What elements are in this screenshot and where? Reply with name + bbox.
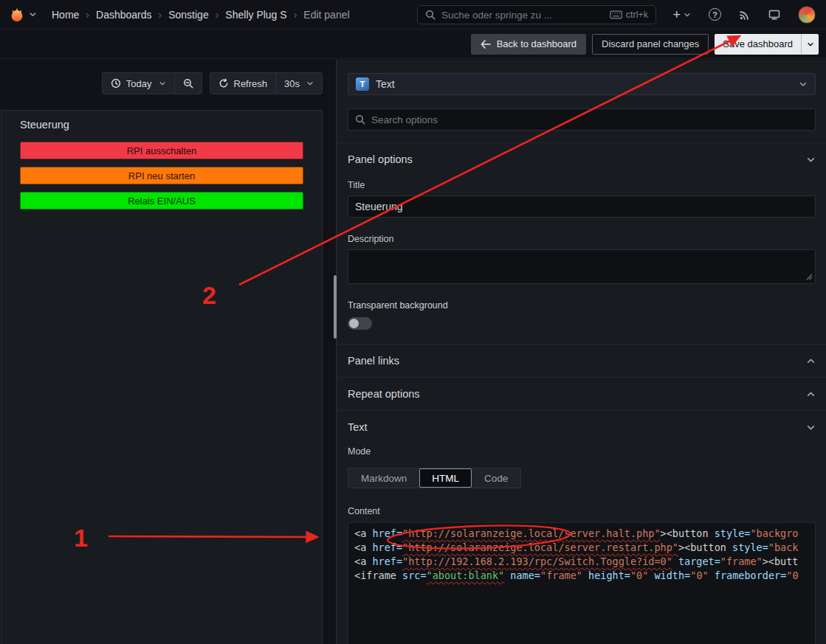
user-avatar[interactable]: [798, 6, 816, 24]
chevron-up-icon: [806, 389, 816, 399]
refresh-interval-picker[interactable]: 30s: [275, 73, 322, 94]
mode-group: MarkdownHTMLCode: [348, 468, 521, 488]
code-line: <a href="http://solaranzeige.local/serve…: [354, 527, 809, 541]
breadcrumb-separator: ›: [159, 9, 162, 21]
section-title: Panel links: [348, 355, 399, 367]
section-title: Repeat options: [348, 388, 420, 400]
preview-button[interactable]: RPI ausschalten: [20, 142, 303, 159]
top-nav: Home›Dashboards›Sonstige›Shelly Plug S›E…: [0, 0, 826, 30]
grafana-logo-icon: [9, 7, 25, 23]
panel-description-input[interactable]: [348, 249, 816, 284]
panel-editor-options: T Text Panel options Title Description T…: [337, 60, 826, 644]
content-label: Content: [348, 506, 816, 516]
scrollbar-thumb[interactable]: [334, 275, 337, 339]
nav-actions: + ?: [672, 6, 816, 24]
search-icon: [425, 10, 436, 20]
zoom-out-button[interactable]: [174, 73, 202, 94]
breadcrumb-separator: ›: [216, 9, 219, 21]
content-editor[interactable]: <a href="http://solaranzeige.local/serve…: [348, 522, 816, 644]
chevron-down-icon: [159, 80, 166, 87]
section-panel-options[interactable]: Panel options: [348, 143, 816, 176]
back-label: Back to dashboard: [497, 38, 577, 49]
code-line: <a href="http://192.168.2.193/rpc/Switch…: [354, 555, 809, 569]
edit-toolbar: Back to dashboard Discard panel changes …: [0, 30, 826, 59]
search-input[interactable]: [441, 10, 604, 21]
help-icon[interactable]: ?: [709, 8, 721, 21]
search-icon: [355, 114, 365, 125]
new-menu-button[interactable]: +: [672, 8, 691, 21]
global-search[interactable]: ctrl+k: [417, 5, 656, 24]
transparent-background-toggle[interactable]: [348, 317, 372, 330]
chevron-down-icon: [306, 80, 314, 87]
time-controls: Today Refresh 30s: [102, 72, 323, 94]
title-field-label: Title: [348, 180, 816, 190]
keyboard-icon: [610, 10, 622, 19]
preview-button[interactable]: Relais EIN/AUS: [20, 192, 303, 210]
refresh-interval-label: 30s: [284, 78, 300, 89]
preview-button[interactable]: RPI neu starten: [20, 167, 303, 184]
chevron-down-icon: [799, 80, 808, 89]
save-dashboard-button[interactable]: Save dashboard: [715, 34, 801, 55]
chevron-up-icon: [806, 356, 816, 366]
transparent-background-label: Transparent background: [348, 300, 816, 311]
section-text[interactable]: Text: [348, 411, 816, 443]
panel-buttons: RPI ausschaltenRPI neu startenRelais EIN…: [1, 140, 322, 210]
mode-markdown[interactable]: Markdown: [348, 468, 419, 488]
breadcrumb-item[interactable]: Sonstige: [168, 9, 208, 21]
breadcrumb-item[interactable]: Edit panel: [303, 9, 349, 21]
visualization-picker[interactable]: T Text: [348, 73, 816, 95]
arrow-left-icon: [481, 40, 491, 49]
visualization-name: Text: [376, 78, 792, 90]
grafana-menu[interactable]: [9, 7, 37, 23]
shortcut-label: ctrl+k: [626, 10, 648, 20]
panel-title-input[interactable]: [348, 195, 816, 218]
section-title: Panel options: [348, 153, 413, 165]
options-search-input[interactable]: [371, 114, 808, 125]
section-panel-links[interactable]: Panel links: [348, 344, 816, 377]
refresh-group: Refresh 30s: [210, 72, 323, 94]
time-range-group: Today: [102, 72, 202, 94]
chevron-down-icon: [806, 155, 816, 165]
chevron-down-icon: [29, 10, 37, 18]
panel-preview: Steuerung RPI ausschaltenRPI neu starten…: [1, 110, 323, 644]
mode-code[interactable]: Code: [472, 468, 520, 488]
time-range-label: Today: [126, 78, 152, 89]
back-to-dashboard-button[interactable]: Back to dashboard: [471, 34, 586, 55]
save-dashboard-split-button: Save dashboard: [715, 34, 819, 55]
mode-html[interactable]: HTML: [419, 468, 472, 488]
text-panel-icon: T: [356, 77, 369, 91]
save-label: Save dashboard: [723, 38, 793, 49]
description-field-label: Description: [348, 234, 816, 244]
refresh-label: Refresh: [234, 78, 268, 89]
clock-icon: [111, 78, 121, 89]
breadcrumb-item[interactable]: Home: [52, 9, 79, 21]
news-rss-icon[interactable]: [739, 9, 751, 21]
section-title: Text: [348, 421, 368, 433]
discard-panel-changes-button[interactable]: Discard panel changes: [592, 34, 709, 55]
panel-title: Steuerung: [1, 111, 322, 140]
dashboard-preview-area: Today Refresh 30s: [0, 60, 336, 644]
chevron-down-icon: [684, 11, 691, 18]
section-repeat-options[interactable]: Repeat options: [348, 378, 816, 410]
options-search[interactable]: [348, 108, 816, 131]
breadcrumb-item[interactable]: Shelly Plug S: [225, 9, 286, 21]
time-range-picker[interactable]: Today: [103, 73, 174, 94]
code-line: <a href="http://solaranzeige.local/serve…: [354, 541, 809, 555]
breadcrumb-item[interactable]: Dashboards: [96, 9, 152, 21]
discard-label: Discard panel changes: [602, 38, 699, 49]
monitor-icon[interactable]: [768, 9, 780, 21]
breadcrumb-separator: ›: [294, 9, 297, 21]
chevron-down-icon: [807, 41, 814, 48]
breadcrumb: Home›Dashboards›Sonstige›Shelly Plug S›E…: [52, 9, 350, 21]
toggle-knob: [349, 319, 359, 328]
refresh-button[interactable]: Refresh: [210, 73, 276, 94]
save-dashboard-caret-button[interactable]: [801, 34, 819, 55]
refresh-icon: [218, 78, 229, 89]
breadcrumb-separator: ›: [86, 9, 89, 21]
zoom-out-icon: [183, 78, 193, 89]
search-shortcut: ctrl+k: [610, 10, 648, 20]
resize-grip-icon[interactable]: [806, 274, 813, 280]
code-line: <iframe src="about:blank" name="frame" h…: [354, 569, 809, 583]
plus-icon: +: [672, 8, 681, 21]
mode-label: Mode: [348, 446, 816, 457]
